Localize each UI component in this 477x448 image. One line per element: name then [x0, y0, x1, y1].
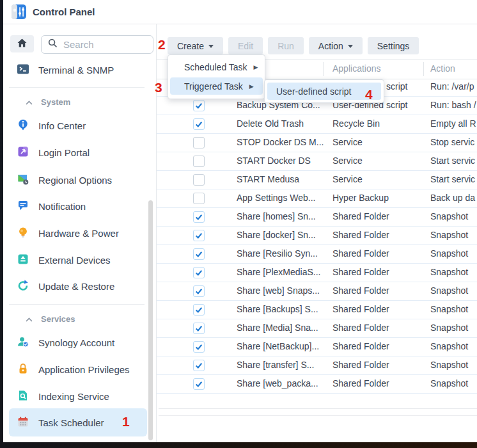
task-action: Start servic — [430, 156, 477, 166]
synology-account-icon — [17, 336, 29, 349]
sidebar-item-external-devices[interactable]: External Devices — [9, 248, 147, 272]
column-header-action[interactable]: Action — [430, 63, 455, 74]
indexing-service-icon — [17, 390, 29, 403]
application-privileges-icon — [17, 363, 29, 376]
task-action: Back up da — [430, 193, 477, 203]
sidebar-item-indexing-service[interactable]: Indexing Service — [9, 384, 147, 408]
sidebar-item-login-portal[interactable]: Login Portal — [9, 140, 147, 164]
column-header-applications[interactable]: Applications — [332, 63, 381, 74]
row-enabled-checkbox[interactable] — [193, 248, 205, 260]
table-row[interactable]: Share [web] Snaps...Shared FolderSnapsho… — [157, 282, 477, 301]
task-name: App Settings Web... — [237, 193, 315, 203]
task-name: Share [web_packa... — [237, 378, 318, 388]
table-row[interactable]: Share [Resilio Syn...Shared FolderSnapsh… — [157, 245, 477, 264]
sidebar-scrollbar[interactable] — [148, 200, 153, 440]
task-action: Snapshot — [430, 304, 477, 314]
row-enabled-checkbox[interactable] — [193, 341, 205, 353]
task-applications: Service — [332, 174, 363, 184]
sidebar-item-regional-options[interactable]: Regional Options — [9, 168, 147, 192]
task-name: Share [web] Snaps... — [237, 285, 320, 296]
sidebar-item-hardware-power[interactable]: Hardware & Power — [9, 221, 147, 245]
desktop-background: Control Panel — [0, 0, 477, 448]
menu-item-user-defined-script[interactable]: User-defined script — [267, 83, 381, 100]
task-name: Share [transfer] S... — [237, 360, 314, 370]
sidebar-section-services[interactable]: Services — [9, 311, 147, 326]
settings-button[interactable]: Settings — [368, 37, 419, 54]
task-action: Start servic — [430, 174, 477, 184]
task-action: Snapshot — [430, 248, 477, 259]
run-button[interactable]: Run — [268, 37, 304, 54]
sidebar-item-synology-account[interactable]: Synology Account — [9, 330, 147, 355]
row-enabled-checkbox[interactable] — [193, 137, 205, 148]
task-applications: Shared Folder — [332, 323, 389, 333]
edit-button[interactable]: Edit — [228, 37, 263, 54]
task-applications: Hyper Backup — [332, 193, 389, 203]
update-restore-icon — [17, 280, 29, 293]
row-enabled-checkbox[interactable] — [193, 267, 205, 278]
table-row[interactable]: START MedusaServiceStart servic — [157, 171, 477, 189]
table-row[interactable]: Share [PlexMediaS...Shared FolderSnapsho… — [157, 264, 477, 282]
menu-item-scheduled-task[interactable]: Scheduled Task ▶ — [170, 58, 263, 76]
submenu-arrow-icon: ▶ — [254, 64, 258, 70]
row-enabled-checkbox[interactable] — [193, 211, 205, 223]
table-row[interactable]: START Docker DSServiceStart servic — [157, 152, 477, 171]
sidebar-item-notification[interactable]: Notification — [9, 194, 147, 218]
task-name: START Docker DS — [237, 156, 311, 166]
table-row[interactable]: Share [web_packa...Shared FolderSnapshot — [157, 375, 477, 394]
table-bottom-divider — [159, 415, 477, 416]
row-enabled-checkbox[interactable] — [193, 100, 205, 111]
task-action: Snapshot — [430, 360, 477, 370]
table-row[interactable]: App Settings Web...Hyper BackupBack up d… — [157, 189, 477, 208]
table-row[interactable]: STOP Docker DS M...ServiceStop servic — [157, 134, 477, 152]
submenu-arrow-icon: ▶ — [249, 83, 254, 90]
annotation-step-3: 3 — [155, 81, 162, 94]
task-name: Share [PlexMediaS... — [237, 267, 321, 277]
page-title: Control Panel — [33, 6, 95, 17]
row-enabled-checkbox[interactable] — [193, 118, 205, 130]
table-row[interactable]: Share [docker] Sn...Shared FolderSnapsho… — [157, 227, 477, 245]
task-action: Snapshot — [430, 341, 477, 351]
table-row[interactable]: Share [transfer] S...Shared FolderSnapsh… — [157, 356, 477, 375]
row-enabled-checkbox[interactable] — [193, 174, 205, 186]
row-enabled-checkbox[interactable] — [193, 360, 205, 371]
sidebar-item-info-center[interactable]: Info Center — [9, 113, 147, 138]
sidebar: Terminal & SNMP System — [3, 24, 157, 442]
annotation-step-4: 4 — [365, 88, 373, 101]
row-enabled-checkbox[interactable] — [193, 230, 205, 241]
section-label: Services — [41, 314, 75, 324]
task-action: Snapshot — [430, 267, 477, 277]
table-row[interactable]: Share [Backups] S...Shared FolderSnapsho… — [157, 301, 477, 319]
control-panel-window: Control Panel — [3, 0, 477, 442]
sidebar-divider — [9, 87, 145, 88]
notification-icon — [17, 200, 29, 213]
task-name: Share [homes] Sn... — [237, 211, 316, 221]
search-input[interactable] — [62, 38, 140, 51]
sidebar-item-update-restore[interactable]: Update & Restore — [9, 274, 147, 298]
external-devices-icon — [17, 253, 29, 267]
row-enabled-checkbox[interactable] — [193, 378, 205, 390]
menu-item-triggered-task[interactable]: Triggered Task ▶ — [170, 77, 263, 95]
row-enabled-checkbox[interactable] — [193, 285, 205, 297]
table-row[interactable]: Delete Old TrashRecycle BinEmpty all R — [157, 115, 477, 134]
table-row[interactable]: Share [NetBackup]...Shared FolderSnapsho… — [157, 338, 477, 356]
search-icon — [48, 38, 58, 51]
sidebar-item-label: Info Center — [38, 120, 86, 131]
row-enabled-checkbox[interactable] — [193, 304, 205, 316]
sidebar-item-terminal-snmp[interactable]: Terminal & SNMP — [9, 58, 147, 82]
task-applications: Shared Folder — [332, 341, 389, 351]
sidebar-item-label: Indexing Service — [38, 391, 109, 402]
row-enabled-checkbox[interactable] — [193, 156, 205, 167]
sidebar-item-application-privileges[interactable]: Application Privileges — [9, 357, 147, 381]
table-row[interactable]: Share [homes] Sn...Shared FolderSnapshot — [157, 208, 477, 227]
create-button[interactable]: Create — [168, 37, 223, 54]
row-enabled-checkbox[interactable] — [193, 323, 205, 334]
task-name: START Medusa — [237, 174, 299, 184]
table-row[interactable]: Share [Media] Sna...Shared FolderSnapsho… — [157, 319, 477, 338]
sidebar-section-system[interactable]: System — [9, 94, 147, 109]
sidebar-item-label: Hardware & Power — [38, 228, 119, 239]
terminal-icon — [17, 63, 29, 77]
action-button[interactable]: Action — [309, 37, 363, 54]
row-enabled-checkbox[interactable] — [193, 193, 205, 204]
task-applications: Shared Folder — [332, 267, 389, 277]
home-button[interactable] — [10, 35, 34, 52]
